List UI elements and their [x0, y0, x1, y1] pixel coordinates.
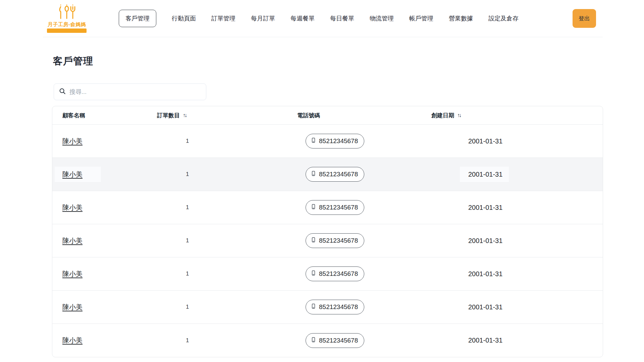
customer-name-link[interactable]: 陳小美 — [62, 336, 83, 345]
nav-item-6[interactable]: 每日餐單 — [330, 14, 354, 22]
order-count-cell: 1 — [150, 270, 227, 277]
created-date-cell: 2001-01-31 — [428, 137, 603, 145]
column-label: 訂單數目 — [157, 112, 180, 119]
customer-name-cell: 陳小美 — [52, 303, 150, 312]
order-count-cell: 1 — [150, 138, 227, 144]
search-icon — [59, 87, 66, 96]
table-header-row: 顧客名稱訂單數目↑↓電話號碼創建日期↑↓ — [52, 106, 603, 125]
page-title: 客戶管理 — [53, 55, 603, 68]
table-row: 陳小美1852123456782001-01-31 — [52, 291, 603, 324]
column-label: 顧客名稱 — [62, 112, 85, 119]
customers-table: 顧客名稱訂單數目↑↓電話號碼創建日期↑↓ 陳小美1852123456782001… — [52, 106, 603, 357]
nav-item-3[interactable]: 訂單管理 — [211, 14, 235, 22]
order-count: 1 — [186, 204, 189, 211]
created-date: 2001-01-31 — [468, 270, 502, 278]
phone-number: 85212345678 — [319, 270, 358, 278]
phone-cell: 85212345678 — [227, 333, 428, 348]
created-date-cell: 2001-01-31 — [428, 237, 603, 245]
created-date: 2001-01-31 — [468, 137, 502, 145]
customer-name-link[interactable]: 陳小美 — [62, 236, 83, 245]
order-count: 1 — [186, 270, 189, 277]
smartphone-icon — [311, 337, 316, 344]
nav-item-9[interactable]: 營業數據 — [449, 14, 473, 22]
table-row: 陳小美1852123456782001-01-31 — [52, 257, 603, 291]
phone-number: 85212345678 — [319, 204, 358, 211]
nav-item-8[interactable]: 帳戶管理 — [409, 14, 433, 22]
customer-name-link[interactable]: 陳小美 — [62, 170, 83, 179]
column-header-2[interactable]: 訂單數目↑↓ — [150, 112, 227, 119]
column-label: 創建日期 — [431, 112, 454, 119]
brand-name: 月子工房-俞媽媽 — [48, 21, 86, 28]
created-date-cell: 2001-01-31 — [428, 270, 603, 278]
phone-number: 85212345678 — [319, 303, 358, 311]
created-date-cell: 2001-01-31 — [428, 303, 603, 311]
order-count: 1 — [186, 171, 189, 178]
nav-item-1[interactable]: 客戶管理 — [119, 10, 156, 27]
column-header-3: 電話號碼 — [227, 112, 428, 119]
sort-icon[interactable]: ↑↓ — [183, 112, 186, 118]
order-count-cell: 1 — [150, 237, 227, 244]
smartphone-icon — [311, 171, 316, 178]
order-count: 1 — [186, 237, 189, 244]
customer-name-cell: 陳小美 — [52, 336, 150, 345]
phone-cell: 85212345678 — [227, 300, 428, 314]
main-nav: 客戶管理行動頁面訂單管理每月訂單每週餐單每日餐單物流管理帳戶管理營業數據設定及倉… — [119, 10, 519, 27]
created-date-cell: 2001-01-31 — [428, 204, 603, 212]
customer-name-link[interactable]: 陳小美 — [62, 269, 83, 279]
order-count-cell: 1 — [150, 304, 227, 310]
search-input[interactable] — [69, 88, 201, 96]
order-count: 1 — [186, 138, 189, 144]
customer-name-link[interactable]: 陳小美 — [62, 203, 83, 212]
created-date-cell: 2001-01-31 — [428, 171, 603, 178]
phone-number: 85212345678 — [319, 337, 358, 344]
customer-name-cell: 陳小美 — [52, 170, 150, 179]
order-count-cell: 1 — [150, 337, 227, 344]
nav-item-5[interactable]: 每週餐單 — [290, 14, 315, 22]
logout-button[interactable]: 登出 — [573, 9, 596, 28]
customer-name-link[interactable]: 陳小美 — [62, 137, 83, 146]
customer-name-cell: 陳小美 — [52, 269, 150, 279]
phone-number: 85212345678 — [319, 137, 358, 145]
table-row: 陳小美1852123456782001-01-31 — [52, 224, 603, 257]
phone-cell: 85212345678 — [227, 200, 428, 215]
customer-name-cell: 陳小美 — [52, 236, 150, 245]
order-count-cell: 1 — [150, 204, 227, 211]
column-label: 電話號碼 — [297, 112, 320, 119]
phone-badge[interactable]: 85212345678 — [306, 233, 364, 248]
phone-badge[interactable]: 85212345678 — [306, 300, 364, 314]
created-date: 2001-01-31 — [468, 337, 502, 344]
phone-badge[interactable]: 85212345678 — [306, 266, 364, 281]
phone-badge[interactable]: 85212345678 — [306, 134, 364, 148]
search-box[interactable] — [54, 83, 206, 100]
table-row: 陳小美1852123456782001-01-31 — [52, 324, 603, 357]
phone-badge[interactable]: 85212345678 — [306, 167, 364, 182]
phone-badge[interactable]: 85212345678 — [306, 200, 364, 215]
brand-banner — [47, 28, 87, 33]
customer-name-link[interactable]: 陳小美 — [62, 303, 83, 312]
phone-number: 85212345678 — [319, 171, 358, 178]
table-row: 陳小美1852123456782001-01-31 — [52, 125, 603, 158]
order-count: 1 — [186, 337, 189, 344]
nav-item-10[interactable]: 設定及倉存 — [488, 14, 519, 22]
column-header-4[interactable]: 創建日期↑↓ — [428, 112, 603, 119]
created-date: 2001-01-31 — [468, 204, 502, 212]
table-row: 陳小美1852123456782001-01-31 — [52, 191, 603, 224]
column-header-1: 顧客名稱 — [52, 112, 150, 119]
phone-badge[interactable]: 85212345678 — [306, 333, 364, 348]
phone-cell: 85212345678 — [227, 233, 428, 248]
phone-cell: 85212345678 — [227, 134, 428, 148]
created-date-cell: 2001-01-31 — [428, 337, 603, 344]
nav-item-7[interactable]: 物流管理 — [370, 14, 394, 22]
order-count-cell: 1 — [150, 171, 227, 178]
customer-name-cell: 陳小美 — [52, 203, 150, 212]
nav-item-4[interactable]: 每月訂單 — [251, 14, 275, 22]
smartphone-icon — [311, 137, 316, 145]
cutlery-icon — [56, 4, 77, 21]
sort-icon[interactable]: ↑↓ — [457, 112, 461, 118]
top-header: 月子工房-俞媽媽 客戶管理行動頁面訂單管理每月訂單每週餐單每日餐單物流管理帳戶管… — [0, 0, 644, 37]
smartphone-icon — [311, 204, 316, 211]
customer-name-cell: 陳小美 — [52, 137, 150, 146]
smartphone-icon — [311, 303, 316, 311]
nav-item-2[interactable]: 行動頁面 — [172, 14, 196, 22]
brand-logo[interactable]: 月子工房-俞媽媽 — [47, 4, 87, 33]
